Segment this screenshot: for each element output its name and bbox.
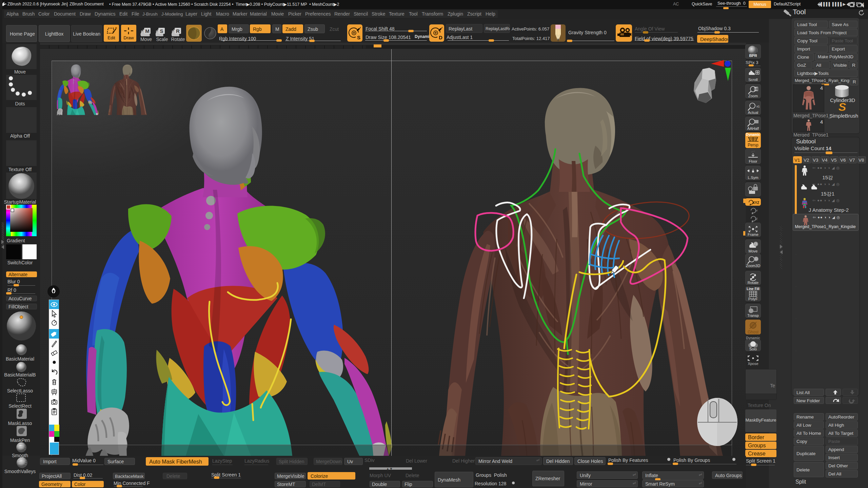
svg-text:⥂ ʲ: ⥂ ʲ — [751, 150, 755, 153]
svg-text:S: S — [160, 28, 163, 34]
svg-text:Zoom3D: Zoom3D — [746, 264, 760, 268]
svg-text:Dynamic: Dynamic — [746, 133, 760, 137]
svg-text:Transp: Transp — [747, 313, 759, 318]
svg-text:AAHalf: AAHalf — [747, 126, 759, 130]
svg-text:R: R — [176, 28, 180, 34]
svg-text:Rotate: Rotate — [748, 281, 758, 285]
svg-text:Xpose: Xpose — [748, 362, 758, 366]
svg-text:M: M — [145, 28, 150, 34]
svg-text:Move: Move — [749, 249, 758, 253]
svg-text:x1: x1 — [756, 105, 760, 108]
svg-text:Scroll: Scroll — [748, 78, 758, 82]
svg-text:Zoom: Zoom — [748, 94, 758, 98]
svg-text:Persp: Persp — [748, 143, 758, 147]
svg-text:L.Sym: L.Sym — [748, 176, 758, 180]
svg-text:D: D — [439, 35, 442, 40]
svg-text:Solo: Solo — [749, 347, 757, 351]
svg-text:PolyF: PolyF — [748, 297, 758, 301]
svg-text:Frame: Frame — [748, 232, 758, 237]
svg-text:Floor: Floor — [749, 159, 757, 163]
svg-text:XYZ: XYZ — [753, 201, 759, 205]
svg-text:Line Fill: Line Fill — [747, 287, 760, 291]
svg-text:S: S — [839, 101, 846, 113]
svg-text:S: S — [357, 35, 360, 40]
svg-text:Actual: Actual — [748, 110, 758, 115]
svg-text:Y: Y — [756, 209, 758, 212]
svg-text:Z: Z — [756, 217, 758, 221]
svg-text:Ghost: Ghost — [748, 330, 759, 334]
svg-text:BPR: BPR — [749, 54, 757, 58]
